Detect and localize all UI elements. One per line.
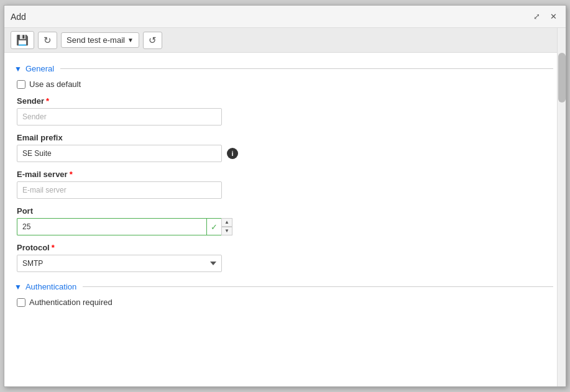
maximize-icon: ⤢ — [533, 12, 540, 21]
email-server-group: E-mail server* — [17, 170, 553, 199]
use-as-default-checkbox[interactable] — [17, 80, 25, 89]
save-button[interactable]: 💾 — [11, 31, 34, 49]
sender-group: Sender* — [17, 96, 553, 125]
protocol-label: Protocol* — [17, 243, 553, 252]
auth-required-row: Authentication required — [17, 298, 553, 307]
email-prefix-input[interactable] — [17, 145, 222, 162]
general-section-title[interactable]: General — [25, 64, 54, 73]
reset-button[interactable]: ↺ — [143, 32, 162, 49]
email-server-input[interactable] — [17, 181, 222, 199]
authentication-section-title[interactable]: Authentication — [25, 282, 76, 291]
reset-icon: ↺ — [149, 35, 157, 46]
sender-label: Sender* — [17, 96, 553, 106]
refresh-icon: ↻ — [44, 35, 52, 46]
email-server-required-star: * — [70, 170, 73, 179]
use-as-default-row: Use as default — [17, 80, 553, 89]
general-section-divider — [60, 68, 553, 69]
protocol-select[interactable]: SMTP SMTPS TLS — [17, 255, 222, 272]
port-group: Port ✓ ▲ ▼ — [17, 206, 553, 235]
authentication-section-header: ▼ Authentication — [14, 282, 553, 291]
authentication-section-toggle[interactable]: ▼ — [14, 283, 22, 291]
close-icon: ✕ — [550, 12, 557, 21]
dropdown-arrow-icon: ▼ — [127, 37, 134, 43]
sender-required-star: * — [46, 96, 49, 106]
general-section-header: ▼ General — [14, 64, 553, 73]
send-test-email-label: Send test e-mail — [67, 35, 125, 45]
add-dialog: Add ⤢ ✕ 💾 ↻ Send test e-mail ▼ ↺ ▼ — [4, 5, 566, 387]
maximize-button[interactable]: ⤢ — [531, 11, 543, 22]
email-prefix-label: Email prefix — [17, 133, 553, 142]
sender-input[interactable] — [17, 108, 222, 125]
port-increment-button[interactable]: ▲ — [221, 218, 232, 227]
port-spinner: ▲ ▼ — [221, 218, 232, 235]
send-test-email-button[interactable]: Send test e-mail ▼ — [61, 32, 139, 48]
dialog-body: ▼ General Use as default Sender* Email p… — [4, 53, 566, 386]
email-server-label: E-mail server* — [17, 170, 553, 179]
scrollbar[interactable] — [557, 28, 566, 386]
save-icon: 💾 — [16, 34, 29, 46]
port-label: Port — [17, 206, 553, 216]
port-check-icon: ✓ — [206, 218, 221, 235]
authentication-section-divider — [83, 286, 553, 287]
port-input[interactable] — [17, 218, 206, 235]
info-icon[interactable]: i — [227, 148, 238, 159]
close-button[interactable]: ✕ — [548, 11, 559, 22]
general-section-toggle[interactable]: ▼ — [14, 65, 22, 73]
use-as-default-label: Use as default — [29, 80, 81, 89]
scrollbar-thumb — [558, 53, 566, 103]
email-prefix-row: i — [17, 145, 553, 162]
refresh-button[interactable]: ↻ — [38, 32, 57, 49]
dialog-titlebar: Add ⤢ ✕ — [4, 6, 566, 28]
toolbar: 💾 ↻ Send test e-mail ▼ ↺ — [4, 28, 566, 53]
auth-required-label: Authentication required — [29, 298, 113, 307]
dialog-title: Add — [11, 12, 26, 22]
email-prefix-group: Email prefix i — [17, 133, 553, 162]
port-decrement-button[interactable]: ▼ — [221, 227, 232, 235]
port-row: ✓ ▲ ▼ — [17, 218, 553, 235]
auth-required-checkbox[interactable] — [17, 298, 25, 307]
titlebar-actions: ⤢ ✕ — [531, 11, 559, 22]
protocol-group: Protocol* SMTP SMTPS TLS — [17, 243, 553, 272]
protocol-required-star: * — [52, 243, 55, 252]
